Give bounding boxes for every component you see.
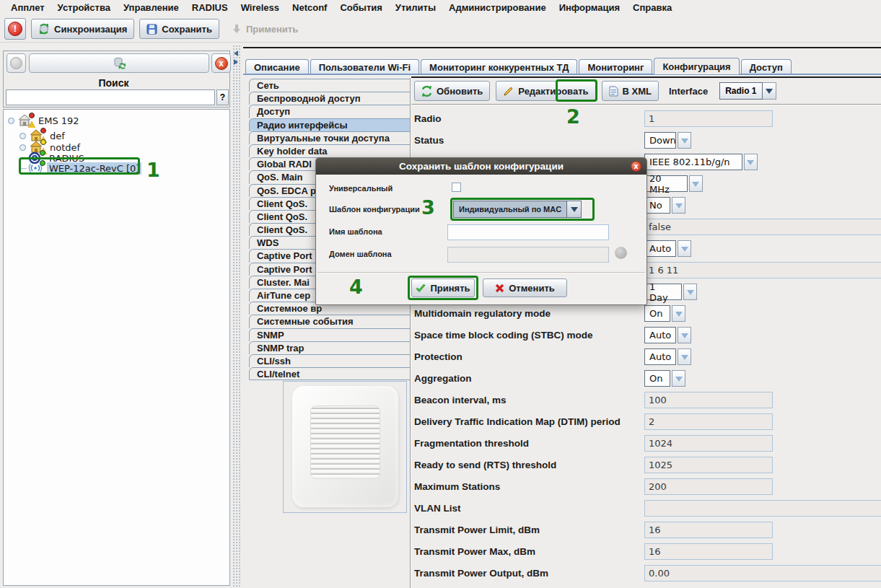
interface-label: Interface [669,86,708,97]
expand-right-icon[interactable] [234,59,238,65]
tab-пользователи wi-fi[interactable]: Пользователи Wi-Fi [310,59,419,74]
menu-item-управление[interactable]: Управление [117,1,185,14]
refresh-button[interactable]: Обновить [414,81,490,101]
form-row-fragmentation-threshold: Fragmentation threshold1024 [411,433,881,455]
form-row-select[interactable]: No [644,197,685,214]
chevron-down-icon[interactable] [678,348,691,365]
menu-item-утилиты[interactable]: Утилиты [389,1,442,14]
form-row-field[interactable]: false [644,219,881,235]
collapse-left-icon[interactable] [234,51,238,56]
form-row-select[interactable]: 1 Day [644,284,697,300]
tab-описание[interactable]: Описание [245,59,309,74]
form-row-field[interactable]: 200 [644,478,773,495]
tree-expand-handle[interactable] [19,133,26,139]
config-tab-радио-интерфейсы[interactable]: Радио интерфейсы [249,118,411,131]
save-button[interactable]: Сохранить [139,19,219,39]
interface-select[interactable]: Radio 1 [719,82,776,100]
main-area-top-border [243,47,881,48]
form-row-field[interactable]: 16 [644,522,773,538]
form-row-field[interactable]: 16 [644,543,773,560]
tab-конфигурация[interactable]: Конфигурация [654,58,739,74]
menu-item-radius[interactable]: RADIUS [185,1,235,14]
form-row-select[interactable]: On [644,305,685,322]
chevron-down-icon[interactable] [763,82,776,100]
cancel-button[interactable]: Отменить [483,278,567,297]
add-button[interactable] [6,53,26,73]
form-row-field[interactable]: 1 6 11 [644,262,881,278]
form-row-select[interactable]: On [644,370,685,387]
template-type-select[interactable]: Индивидуальный по MAC [453,201,582,218]
chevron-down-icon[interactable] [744,154,758,170]
chevron-down-icon[interactable] [678,327,691,343]
edit-button-label: Редактировать [518,86,588,97]
dialog-titlebar[interactable]: Сохранить шаблон конфигурации x [316,158,646,175]
form-row-select[interactable]: IEEE 802.11b/g/n [644,154,758,170]
form-row-field[interactable] [644,500,881,517]
menu-item-апплет[interactable]: Апплет [4,1,51,14]
form-row-beacon-interval-ms: Beacon interval, ms100 [411,390,881,411]
to-xml-button[interactable]: В XML [602,81,659,101]
chevron-down-icon[interactable] [672,305,685,322]
accept-button[interactable]: Принять [411,278,475,297]
menu-item-справка[interactable]: Справка [626,1,678,14]
tree-expand-handle[interactable] [19,144,26,151]
form-row-select[interactable]: 20 MHz [644,175,703,192]
chevron-down-icon[interactable] [678,240,691,257]
config-tab-доступ[interactable]: Доступ [249,105,411,118]
template-name-input[interactable] [447,224,609,240]
search-help-button[interactable]: ? [216,89,229,105]
config-tab-cli-telnet[interactable]: CLI/telnet [249,367,411,380]
form-row-field[interactable]: 1 [644,110,773,127]
menu-item-события[interactable]: События [333,1,388,14]
form-row-field[interactable]: 0.00 [644,565,881,582]
config-tab-беспроводной-доступ[interactable]: Беспроводной доступ [249,92,411,105]
chevron-down-icon[interactable] [689,175,703,192]
form-row-select[interactable]: Auto [644,240,691,257]
panel-splitter[interactable] [232,45,240,588]
config-tab-cli-ssh[interactable]: CLI/ssh [249,354,411,367]
close-tree-button[interactable]: x [211,53,231,73]
config-tab-виртуальные-точки-доступа[interactable]: Виртуальные точки доступа [249,131,411,144]
search-input[interactable] [6,89,215,105]
tab-доступ[interactable]: Доступ [741,59,792,74]
config-tab-snmp-trap[interactable]: SNMP trap [249,341,411,354]
edit-button[interactable]: Редактировать [496,81,595,101]
tab-мониторинг[interactable]: Мониторинг [579,59,652,74]
dialog-close-button[interactable]: x [631,161,641,172]
chevron-down-icon[interactable] [672,370,685,387]
sync-button[interactable]: Синхронизация [31,19,134,39]
form-row-field[interactable]: 1024 [644,435,773,452]
menu-item-устройства[interactable]: Устройства [51,1,117,14]
status-green-icon [40,150,45,156]
menu-item-информация[interactable]: Информация [553,1,626,14]
form-row-field[interactable]: 100 [644,392,773,408]
chevron-down-icon[interactable] [567,201,582,218]
tab-мониторинг конкурентных тд[interactable]: Мониторинг конкурентных ТД [421,59,577,74]
form-row-select[interactable]: Auto [644,348,691,365]
chevron-down-icon[interactable] [678,132,691,149]
tree-expand-handle[interactable] [8,118,14,124]
form-row-field[interactable]: 1025 [644,457,773,473]
menu-item-wireless[interactable]: Wireless [235,1,286,14]
save-template-dialog: Сохранить шаблон конфигурации x Универса… [315,157,647,305]
universal-checkbox[interactable] [452,183,461,192]
config-tab-сеть[interactable]: Сеть [249,79,411,92]
config-tab-системные-события[interactable]: Системные события [249,315,411,328]
form-row-transmit-power-output-dbm: Transmit Power Output, dBm0.00 [411,563,881,584]
chevron-down-icon[interactable] [672,197,685,214]
alarm-button[interactable]: ! [4,18,26,40]
menu-item-администрирование[interactable]: Администрирование [442,1,553,14]
chevron-down-icon[interactable] [683,284,697,300]
config-tab-key-holder-data[interactable]: Key holder data [249,144,411,157]
form-row-select[interactable]: Down [644,132,691,149]
config-tab-snmp[interactable]: SNMP [249,328,411,341]
universal-label: Универсальный [329,184,393,193]
tree-node-ems-192[interactable]: EMS 192 [8,114,82,127]
tree-node-label: WEP-12ac-RevC [0] [47,162,141,175]
template-name-label: Имя шаблона [329,227,382,236]
database-sync-button[interactable] [29,53,209,73]
form-row-select[interactable]: Auto [644,327,691,343]
tree-node-wep-12ac-revc-0-[interactable]: WEP-12ac-RevC [0] [19,162,141,175]
form-row-field[interactable]: 2 [644,413,773,430]
menu-item-netconf[interactable]: Netconf [286,1,333,14]
